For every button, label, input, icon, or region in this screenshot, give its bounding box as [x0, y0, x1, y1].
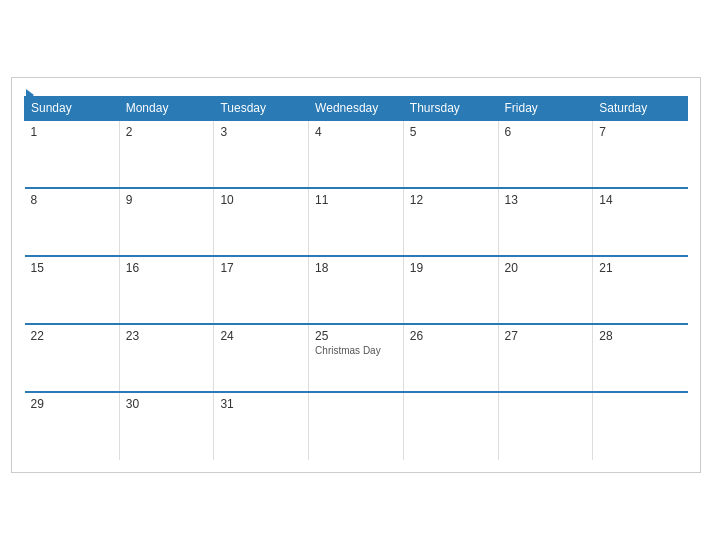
day-cell	[403, 392, 498, 460]
day-cell: 17	[214, 256, 309, 324]
logo	[24, 88, 34, 101]
day-number: 7	[599, 125, 681, 139]
week-row-4: 22232425Christmas Day262728	[25, 324, 688, 392]
day-number: 19	[410, 261, 492, 275]
weekday-header-thursday: Thursday	[403, 97, 498, 121]
week-row-2: 891011121314	[25, 188, 688, 256]
weekday-header-saturday: Saturday	[593, 97, 688, 121]
week-row-5: 293031	[25, 392, 688, 460]
day-number: 23	[126, 329, 208, 343]
day-number: 9	[126, 193, 208, 207]
weekday-header-sunday: Sunday	[25, 97, 120, 121]
day-cell: 31	[214, 392, 309, 460]
day-cell: 8	[25, 188, 120, 256]
day-number: 31	[220, 397, 302, 411]
day-cell: 1	[25, 120, 120, 188]
day-cell: 12	[403, 188, 498, 256]
calendar-tbody: 1234567891011121314151617181920212223242…	[25, 120, 688, 460]
day-cell: 10	[214, 188, 309, 256]
day-number: 13	[505, 193, 587, 207]
day-cell: 9	[119, 188, 214, 256]
day-cell: 21	[593, 256, 688, 324]
day-number: 25	[315, 329, 397, 343]
day-cell: 28	[593, 324, 688, 392]
logo-blue-text	[24, 88, 34, 101]
logo-triangle-icon	[26, 89, 34, 101]
day-cell: 3	[214, 120, 309, 188]
day-number: 3	[220, 125, 302, 139]
day-cell: 18	[309, 256, 404, 324]
day-cell: 5	[403, 120, 498, 188]
day-cell: 27	[498, 324, 593, 392]
day-number: 11	[315, 193, 397, 207]
day-cell: 19	[403, 256, 498, 324]
day-cell: 25Christmas Day	[309, 324, 404, 392]
day-number: 20	[505, 261, 587, 275]
week-row-1: 1234567	[25, 120, 688, 188]
weekday-header-tuesday: Tuesday	[214, 97, 309, 121]
calendar-container: SundayMondayTuesdayWednesdayThursdayFrid…	[11, 77, 701, 473]
day-number: 22	[31, 329, 113, 343]
weekday-header-row: SundayMondayTuesdayWednesdayThursdayFrid…	[25, 97, 688, 121]
day-number: 8	[31, 193, 113, 207]
day-cell: 16	[119, 256, 214, 324]
weekday-header-wednesday: Wednesday	[309, 97, 404, 121]
holiday-label: Christmas Day	[315, 345, 397, 356]
day-number: 29	[31, 397, 113, 411]
day-number: 18	[315, 261, 397, 275]
day-number: 12	[410, 193, 492, 207]
day-cell: 26	[403, 324, 498, 392]
day-cell: 24	[214, 324, 309, 392]
day-cell	[309, 392, 404, 460]
week-row-3: 15161718192021	[25, 256, 688, 324]
day-number: 5	[410, 125, 492, 139]
day-number: 1	[31, 125, 113, 139]
day-number: 2	[126, 125, 208, 139]
day-cell: 2	[119, 120, 214, 188]
day-cell: 13	[498, 188, 593, 256]
day-cell: 30	[119, 392, 214, 460]
weekday-header-monday: Monday	[119, 97, 214, 121]
day-number: 24	[220, 329, 302, 343]
day-number: 30	[126, 397, 208, 411]
day-cell: 22	[25, 324, 120, 392]
day-number: 21	[599, 261, 681, 275]
day-cell	[593, 392, 688, 460]
day-cell: 20	[498, 256, 593, 324]
day-number: 6	[505, 125, 587, 139]
calendar-thead: SundayMondayTuesdayWednesdayThursdayFrid…	[25, 97, 688, 121]
day-cell: 11	[309, 188, 404, 256]
day-cell: 14	[593, 188, 688, 256]
calendar-table: SundayMondayTuesdayWednesdayThursdayFrid…	[24, 96, 688, 460]
day-cell	[498, 392, 593, 460]
day-number: 4	[315, 125, 397, 139]
day-cell: 29	[25, 392, 120, 460]
day-cell: 7	[593, 120, 688, 188]
day-cell: 6	[498, 120, 593, 188]
day-number: 28	[599, 329, 681, 343]
day-number: 16	[126, 261, 208, 275]
day-cell: 4	[309, 120, 404, 188]
day-cell: 23	[119, 324, 214, 392]
day-cell: 15	[25, 256, 120, 324]
day-number: 14	[599, 193, 681, 207]
day-number: 17	[220, 261, 302, 275]
day-number: 10	[220, 193, 302, 207]
day-number: 15	[31, 261, 113, 275]
day-number: 26	[410, 329, 492, 343]
day-number: 27	[505, 329, 587, 343]
weekday-header-friday: Friday	[498, 97, 593, 121]
